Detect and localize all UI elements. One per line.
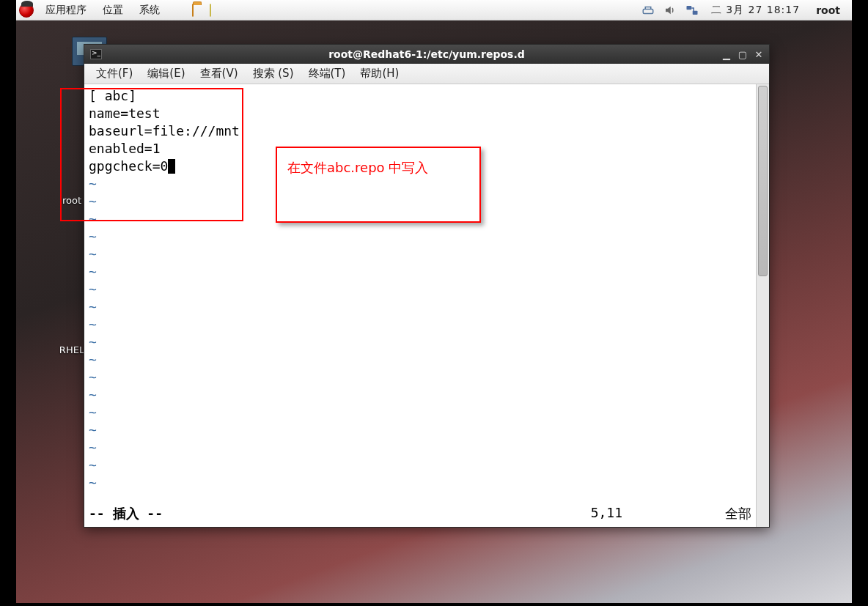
menu-file[interactable]: 文件(F) [89,65,140,82]
folder-icon [192,4,194,17]
menu-view[interactable]: 查看(V) [193,65,246,82]
terminal-window: root@Redhat6-1:/etc/yum.repos.d ▁ ▢ ✕ 文件… [84,44,770,528]
window-titlebar[interactable]: root@Redhat6-1:/etc/yum.repos.d ▁ ▢ ✕ [84,45,769,64]
desktop: 应用程序 位置 系统 二 3月 27 18:17 root root [16,0,852,603]
firefox-launcher[interactable] [172,9,180,12]
svg-rect-1 [686,6,691,10]
panel-clock[interactable]: 二 3月 27 18:17 [707,2,804,18]
network-tray-icon[interactable] [685,4,699,17]
menu-applications[interactable]: 应用程序 [41,2,91,18]
annotation-callout: 在文件abc.repo 中写入 [276,147,481,223]
notes-icon [210,4,211,17]
vim-scroll-percent: 全部 [725,505,751,522]
update-tray-icon[interactable] [641,4,655,17]
terminal-icon [90,49,102,59]
window-maximize-button[interactable]: ▢ [735,48,750,61]
panel-user[interactable]: root [812,3,845,18]
notes-launcher[interactable] [205,3,216,18]
gnome-panel: 应用程序 位置 系统 二 3月 27 18:17 root [16,0,852,21]
scrollbar-thumb[interactable] [758,86,768,276]
menu-system[interactable]: 系统 [135,2,164,18]
annotation-text: 在文件abc.repo 中写入 [287,160,428,175]
vim-cursor-position: 5,11 [591,505,622,522]
window-minimize-button[interactable]: ▁ [719,48,734,61]
window-title: root@Redhat6-1:/etc/yum.repos.d [84,48,769,60]
window-close-button[interactable]: ✕ [751,48,766,61]
vim-status-line: -- 插入 -- 5,11 全部 [89,505,751,522]
vim-mode: -- 插入 -- [89,505,163,522]
svg-rect-0 [643,9,653,13]
redhat-logo-icon [19,3,34,18]
menu-help[interactable]: 帮助(H) [353,65,406,82]
menu-terminal[interactable]: 终端(T) [301,65,353,82]
terminal-menubar: 文件(F) 编辑(E) 查看(V) 搜索 (S) 终端(T) 帮助(H) [84,64,769,84]
menu-search[interactable]: 搜索 (S) [246,65,301,82]
menu-places[interactable]: 位置 [98,2,128,18]
menu-edit[interactable]: 编辑(E) [140,65,192,82]
nautilus-launcher[interactable] [188,3,198,18]
scrollbar[interactable] [756,84,769,527]
volume-tray-icon[interactable] [663,4,677,17]
